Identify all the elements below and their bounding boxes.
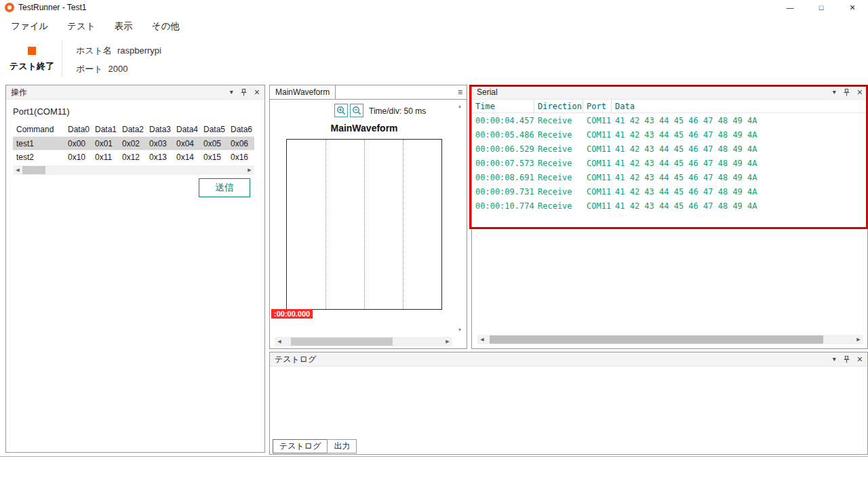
operation-panel-title: 操作 [11, 87, 230, 98]
direction-cell: Receive [534, 116, 583, 125]
serial-hscrollbar[interactable]: ◀ ▶ [477, 335, 863, 344]
time-cell: 00:00:10.774 [472, 201, 534, 211]
port-cell: COM11 [583, 159, 612, 168]
port-cell: COM11 [583, 116, 612, 125]
column-header-data: Data [612, 100, 867, 113]
scroll-right-icon[interactable]: ▶ [245, 167, 254, 173]
stop-test-button[interactable]: テスト終了 [9, 43, 54, 78]
scroll-up-icon[interactable]: ▲ [455, 104, 465, 108]
column-header-data4: Data4 [173, 125, 200, 134]
app-icon [5, 3, 14, 12]
pin-icon[interactable] [843, 355, 850, 364]
scrollbar-thumb[interactable] [291, 338, 393, 346]
direction-cell: Receive [534, 173, 583, 182]
zoom-out-button[interactable] [350, 104, 363, 117]
close-icon[interactable]: × [254, 87, 260, 97]
column-header-command: Command [13, 125, 64, 134]
menu-file[interactable]: ファイル [1, 20, 58, 33]
tab-menu-icon[interactable]: ≡ [458, 87, 462, 97]
port-value: 2000 [108, 64, 128, 74]
data-cell: 0x02 [119, 139, 146, 148]
data-cell: 0x03 [146, 139, 173, 148]
maximize-button[interactable]: □ [806, 0, 837, 15]
serial-row[interactable]: 00:00:08.691 Receive COM11 41 42 43 44 4… [472, 170, 867, 184]
column-header-port: Port [583, 100, 612, 113]
menu-bar: ファイル テスト 表示 その他 [0, 15, 868, 37]
serial-row[interactable]: 00:00:06.529 Receive COM11 41 42 43 44 4… [472, 142, 867, 156]
serial-row[interactable]: 00:00:09.731 Receive COM11 41 42 43 44 4… [472, 184, 867, 199]
serial-row[interactable]: 00:00:05.486 Receive COM11 41 42 43 44 4… [472, 127, 867, 142]
chevron-down-icon[interactable]: ▾ [833, 89, 836, 96]
scrollbar-track[interactable] [487, 335, 854, 344]
scrollbar-track[interactable] [22, 165, 245, 175]
tab-output[interactable]: 出力 [327, 439, 357, 453]
close-button[interactable]: × [837, 0, 868, 15]
direction-cell: Receive [534, 201, 583, 211]
data-cell: 41 42 43 44 45 46 47 48 49 4A [612, 159, 867, 168]
send-button[interactable]: 送信 [199, 178, 250, 197]
port-cell: COM11 [583, 173, 612, 182]
column-header-data3: Data3 [146, 125, 173, 134]
stop-icon [28, 47, 36, 55]
zoom-in-button[interactable] [334, 104, 348, 117]
toolbar: テスト終了 ホスト名 raspberrypi ポート 2000 [0, 37, 868, 80]
close-icon[interactable]: × [857, 87, 863, 97]
scroll-down-icon[interactable]: ▼ [455, 327, 465, 332]
command-row[interactable]: test1 0x00 0x01 0x02 0x03 0x04 0x05 0x06 [13, 136, 254, 150]
menu-test[interactable]: テスト [58, 20, 104, 33]
menu-others[interactable]: その他 [142, 20, 189, 33]
port-cell: COM11 [583, 201, 612, 211]
test-log-panel-header: テストログ ▾ × [270, 352, 867, 367]
pin-icon[interactable] [240, 88, 248, 97]
scroll-right-icon[interactable]: ▶ [443, 339, 452, 344]
stop-test-label: テスト終了 [9, 60, 54, 73]
close-icon[interactable]: × [857, 354, 863, 364]
time-cell: 00:00:07.573 [472, 159, 534, 168]
data-cell: 0x00 [64, 139, 92, 148]
hostname-label: ホスト名 [76, 45, 112, 57]
operation-panel: 操作 ▾ × Port1(COM11) Command Data0 Data1 … [5, 85, 265, 453]
command-row[interactable]: test2 0x10 0x11 0x12 0x13 0x14 0x15 0x16 [13, 150, 254, 163]
chevron-down-icon[interactable]: ▾ [833, 356, 836, 363]
direction-cell: Receive [534, 144, 583, 154]
scroll-left-icon[interactable]: ◀ [13, 167, 22, 173]
waveform-panel: MainWaveform ≡ Time/div: 50 ms MainWavef… [269, 85, 467, 349]
hostname-row: ホスト名 raspberrypi [76, 41, 161, 60]
scroll-right-icon[interactable]: ▶ [854, 337, 863, 342]
scroll-left-icon[interactable]: ◀ [477, 337, 487, 342]
chart-title: MainWaveform [286, 123, 442, 134]
window-title: TestRunner - Test1 [18, 0, 87, 15]
data-cell: 0x13 [146, 152, 173, 162]
direction-cell: Receive [534, 159, 583, 168]
menu-view[interactable]: 表示 [105, 20, 142, 33]
column-header-time: Time [472, 100, 534, 113]
serial-row[interactable]: 00:00:07.573 Receive COM11 41 42 43 44 4… [472, 156, 867, 170]
time-cell: 00:00:08.691 [472, 173, 534, 182]
cursor-time-label: :00:00.000 [271, 309, 313, 319]
tab-mainwaveform[interactable]: MainWaveform [270, 85, 336, 99]
title-bar: TestRunner - Test1 — □ × [0, 0, 868, 15]
pin-icon[interactable] [843, 88, 850, 97]
scrollbar-thumb[interactable] [490, 336, 823, 344]
tab-test-log[interactable]: テストログ [273, 439, 328, 453]
serial-row[interactable]: 00:00:04.457 Receive COM11 41 42 43 44 4… [472, 113, 867, 127]
command-table-hscrollbar[interactable]: ◀ ▶ [13, 165, 254, 175]
timediv-label: Time/div: 50 ms [369, 106, 426, 116]
time-cell: 00:00:06.529 [472, 144, 534, 154]
serial-table-header: Time Direction Port Data [472, 100, 867, 113]
serial-row[interactable]: 00:00:10.774 Receive COM11 41 42 43 44 4… [472, 199, 867, 213]
gridline [364, 140, 365, 309]
time-cell: 00:00:09.731 [472, 187, 534, 197]
waveform-chart[interactable] [286, 139, 442, 310]
scroll-left-icon[interactable]: ◀ [275, 339, 284, 344]
data-cell: 0x10 [64, 152, 92, 162]
chevron-down-icon[interactable]: ▾ [230, 89, 233, 96]
minimize-button[interactable]: — [774, 0, 806, 15]
data-cell: 0x04 [173, 139, 200, 148]
scrollbar-thumb[interactable] [22, 166, 45, 174]
command-table: Command Data0 Data1 Data2 Data3 Data4 Da… [13, 123, 254, 163]
data-cell: 0x12 [119, 152, 146, 162]
waveform-hscrollbar[interactable]: ◀ ▶ [275, 337, 452, 346]
port-row: ポート 2000 [76, 60, 161, 78]
scrollbar-track[interactable] [284, 337, 443, 346]
